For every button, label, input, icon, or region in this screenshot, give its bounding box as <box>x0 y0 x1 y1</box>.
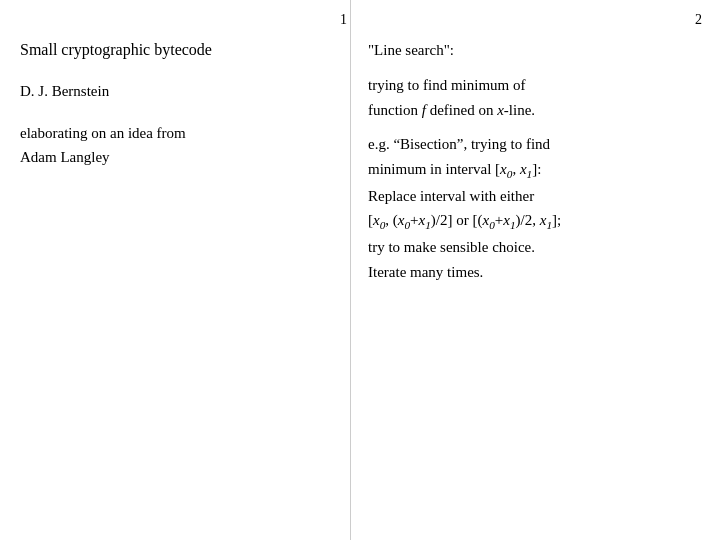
bisection-paragraph: e.g. “Bisection”, trying to find minimum… <box>368 132 700 284</box>
line-search-heading: "Line search": <box>368 38 700 63</box>
elaborating-text: elaborating on an idea from Adam Langley <box>20 121 320 169</box>
left-panel: Small cryptographic bytecode D. J. Berns… <box>0 0 340 540</box>
panel-divider <box>350 0 351 540</box>
page-number-right: 2 <box>695 12 702 28</box>
right-content: "Line search": trying to find minimum of… <box>368 38 700 294</box>
right-panel: "Line search": trying to find minimum of… <box>340 0 720 540</box>
trying-paragraph: trying to find minimum of function f def… <box>368 73 700 123</box>
page-number-left: 1 <box>340 12 347 28</box>
author-name: D. J. Bernstein <box>20 80 320 103</box>
page-container: 1 2 Small cryptographic bytecode D. J. B… <box>0 0 720 540</box>
slide-title: Small cryptographic bytecode <box>20 38 320 62</box>
